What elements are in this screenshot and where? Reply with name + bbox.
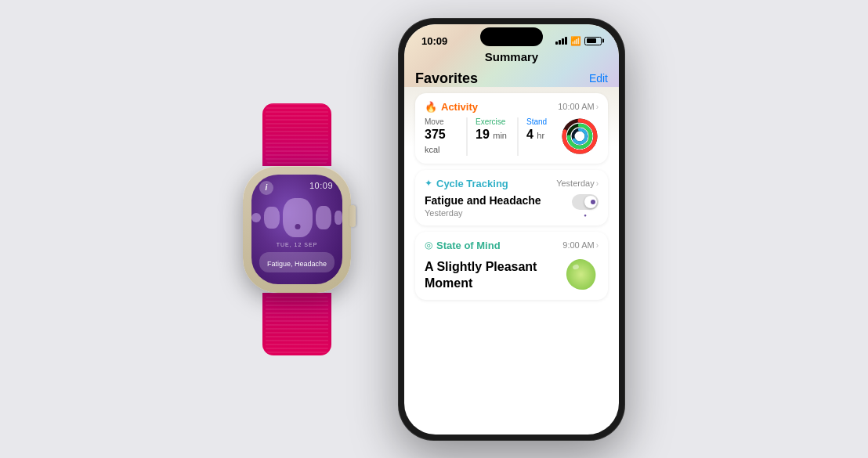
state-card-body: A Slightly PleasantMoment bbox=[415, 256, 608, 300]
watch-crown bbox=[349, 205, 356, 227]
state-of-mind-card[interactable]: ◎ State of Mind 9:00 AM › A Slightly Ple… bbox=[415, 232, 608, 300]
state-card-header: ◎ State of Mind 9:00 AM › bbox=[415, 232, 608, 256]
activity-chevron: › bbox=[596, 103, 599, 111]
cycle-time-row: Yesterday › bbox=[556, 179, 599, 188]
activity-card-header: 🔥 Activity 10:00 AM › bbox=[415, 93, 608, 117]
screen-content: 10:09 📶 bbox=[404, 24, 619, 300]
move-value-row: 375 kcal bbox=[425, 128, 459, 156]
cycle-symptom: Fatigue and Headache bbox=[425, 194, 541, 207]
state-description: A Slightly PleasantMoment bbox=[425, 259, 537, 292]
exercise-label: Exercise bbox=[476, 117, 510, 126]
bubble-3 bbox=[283, 198, 313, 237]
bar-2 bbox=[559, 40, 561, 45]
state-of-mind-shape-icon bbox=[562, 256, 599, 292]
cycle-card-body: Fatigue and Headache Yesterday ● bbox=[415, 194, 608, 225]
state-time-row: 9:00 AM › bbox=[562, 240, 599, 250]
state-icon: ◎ bbox=[425, 240, 432, 251]
cycle-chevron: › bbox=[596, 179, 599, 188]
activity-time: 10:00 AM bbox=[558, 102, 594, 111]
move-value: 375 bbox=[425, 128, 446, 141]
activity-time-row: 10:00 AM › bbox=[558, 102, 599, 111]
cycle-title-row: ✦ Cycle Tracking bbox=[425, 178, 508, 189]
watch-label-text: Fatigue, Headache bbox=[267, 260, 327, 268]
iphone-body: 10:09 📶 bbox=[398, 18, 625, 441]
state-title: State of Mind bbox=[436, 240, 501, 251]
status-time: 10:09 bbox=[421, 35, 447, 47]
cycle-card-header: ✦ Cycle Tracking Yesterday › bbox=[415, 170, 608, 194]
watch-band-top bbox=[262, 103, 331, 166]
cycle-time: Yesterday bbox=[556, 179, 595, 188]
cycle-icon: ✦ bbox=[425, 178, 432, 189]
bar-1 bbox=[555, 41, 558, 45]
state-time: 9:00 AM bbox=[562, 240, 594, 250]
favorites-header: Favorites Edit bbox=[415, 70, 608, 87]
bar-4 bbox=[565, 37, 567, 45]
status-icons: 📶 bbox=[555, 36, 602, 46]
watch-date: TUE, 12 SEP bbox=[277, 242, 318, 247]
move-unit: kcal bbox=[425, 145, 440, 154]
stand-unit: hr bbox=[537, 131, 544, 140]
activity-fire-icon: 🔥 bbox=[425, 101, 437, 113]
cycle-symptom-block: Fatigue and Headache Yesterday bbox=[425, 194, 541, 218]
edit-button[interactable]: Edit bbox=[589, 72, 608, 85]
stand-label: Stand bbox=[526, 117, 561, 126]
favorites-section: Favorites Edit 🔥 Activity 10:00 AM bbox=[404, 70, 619, 300]
signal-bars-icon bbox=[555, 37, 567, 45]
stand-value-row: 4 hr bbox=[526, 128, 561, 142]
activity-ring-icon bbox=[561, 117, 599, 155]
wifi-icon: 📶 bbox=[570, 36, 581, 46]
cycle-toggle-block: ● bbox=[572, 194, 599, 218]
watch-body: 10:09 TUE, 12 SEP Fatigue, Headache bbox=[243, 166, 351, 293]
move-stat: Move 375 kcal bbox=[425, 117, 467, 156]
summary-title: Summary bbox=[485, 50, 538, 63]
exercise-value-row: 19 min bbox=[476, 128, 510, 142]
activity-card[interactable]: 🔥 Activity 10:00 AM › Move bbox=[415, 93, 608, 164]
cycle-toggle[interactable] bbox=[572, 194, 599, 210]
exercise-value: 19 bbox=[476, 128, 490, 141]
cycle-card[interactable]: ✦ Cycle Tracking Yesterday › Fatigue and… bbox=[415, 170, 608, 225]
iphone: 10:09 📶 bbox=[398, 18, 625, 441]
summary-header: Summary bbox=[404, 47, 619, 70]
battery-fill bbox=[587, 38, 597, 43]
bubble-2 bbox=[264, 207, 280, 229]
toggle-dot-indicator: ● bbox=[584, 213, 587, 218]
activity-title: Activity bbox=[441, 101, 478, 113]
favorites-title: Favorites bbox=[415, 70, 478, 87]
battery-icon bbox=[584, 37, 602, 45]
state-title-row: ◎ State of Mind bbox=[425, 240, 501, 251]
exercise-unit: min bbox=[493, 131, 507, 140]
watch-screen: 10:09 TUE, 12 SEP Fatigue, Headache bbox=[251, 175, 342, 284]
stand-value: 4 bbox=[526, 128, 533, 141]
bar-3 bbox=[562, 38, 564, 45]
activity-stats: Move 375 kcal Exercise 19 bbox=[425, 117, 561, 156]
watch-time: 10:09 bbox=[309, 181, 333, 190]
stand-stat: Stand 4 hr bbox=[518, 117, 561, 156]
activity-title-row: 🔥 Activity bbox=[425, 101, 478, 113]
bubble-4 bbox=[316, 206, 331, 229]
watch-bubbles bbox=[251, 198, 342, 237]
iphone-screen: 10:09 📶 bbox=[404, 24, 619, 435]
dynamic-island bbox=[480, 27, 543, 46]
move-label: Move bbox=[425, 117, 459, 126]
watch-info-button[interactable] bbox=[259, 181, 273, 195]
toggle-dot bbox=[591, 200, 595, 204]
watch-label-pill: Fatigue, Headache bbox=[259, 252, 335, 272]
cycle-title: Cycle Tracking bbox=[436, 178, 508, 189]
bubble-1 bbox=[251, 213, 261, 222]
exercise-stat: Exercise 19 min bbox=[467, 117, 518, 156]
cycle-symptom-date: Yesterday bbox=[425, 208, 541, 218]
state-chevron: › bbox=[596, 241, 599, 250]
apple-watch: 10:09 TUE, 12 SEP Fatigue, Headache bbox=[243, 103, 351, 355]
watch-band-bottom bbox=[262, 293, 331, 355]
bubble-5 bbox=[335, 211, 342, 225]
